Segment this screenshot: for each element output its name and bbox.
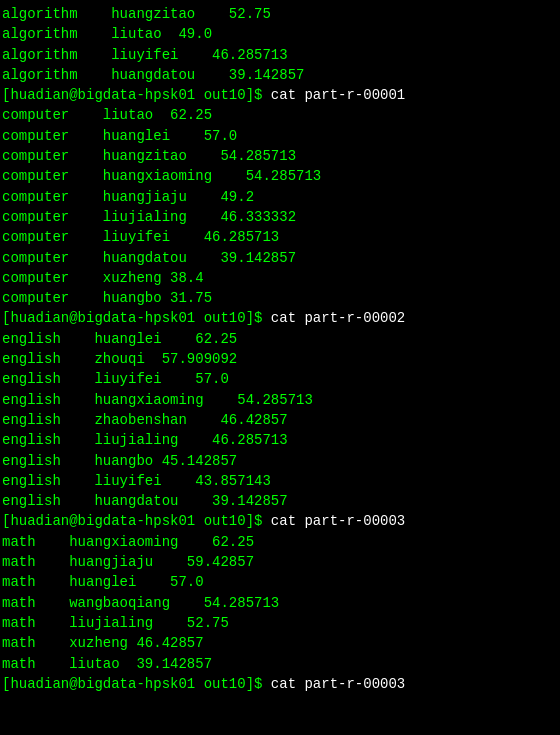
data-line: math huangjiaju 59.42857 bbox=[2, 552, 558, 572]
prompt-line: [huadian@bigdata-hpsk01 out10]$ cat part… bbox=[2, 674, 558, 694]
data-line: english huangdatou 39.142857 bbox=[2, 491, 558, 511]
terminal: algorithm huangzitao 52.75algorithm liut… bbox=[0, 0, 560, 698]
data-line: algorithm liuyifei 46.285713 bbox=[2, 45, 558, 65]
data-line: algorithm huangdatou 39.142857 bbox=[2, 65, 558, 85]
data-line: english zhaobenshan 46.42857 bbox=[2, 410, 558, 430]
data-line: math liujialing 52.75 bbox=[2, 613, 558, 633]
data-line: math huanglei 57.0 bbox=[2, 572, 558, 592]
data-line: math liutao 39.142857 bbox=[2, 654, 558, 674]
command-text: cat part-r-00003 bbox=[271, 513, 405, 529]
prompt-line: [huadian@bigdata-hpsk01 out10]$ cat part… bbox=[2, 511, 558, 531]
command-text: cat part-r-00003 bbox=[271, 676, 405, 692]
data-line: english huangbo 45.142857 bbox=[2, 451, 558, 471]
prompt-text: [huadian@bigdata-hpsk01 out10]$ bbox=[2, 513, 271, 529]
prompt-text: [huadian@bigdata-hpsk01 out10]$ bbox=[2, 87, 271, 103]
prompt-line: [huadian@bigdata-hpsk01 out10]$ cat part… bbox=[2, 85, 558, 105]
data-line: english huanglei 62.25 bbox=[2, 329, 558, 349]
data-line: english huangxiaoming 54.285713 bbox=[2, 390, 558, 410]
data-line: algorithm huangzitao 52.75 bbox=[2, 4, 558, 24]
data-line: computer liuyifei 46.285713 bbox=[2, 227, 558, 247]
data-line: english liujialing 46.285713 bbox=[2, 430, 558, 450]
data-line: computer huangxiaoming 54.285713 bbox=[2, 166, 558, 186]
data-line: math huangxiaoming 62.25 bbox=[2, 532, 558, 552]
data-line: computer huangbo 31.75 bbox=[2, 288, 558, 308]
data-line: math xuzheng 46.42857 bbox=[2, 633, 558, 653]
data-line: computer xuzheng 38.4 bbox=[2, 268, 558, 288]
data-line: computer huanglei 57.0 bbox=[2, 126, 558, 146]
data-line: computer liujialing 46.333332 bbox=[2, 207, 558, 227]
data-line: english zhouqi 57.909092 bbox=[2, 349, 558, 369]
prompt-line: [huadian@bigdata-hpsk01 out10]$ cat part… bbox=[2, 308, 558, 328]
data-line: computer liutao 62.25 bbox=[2, 105, 558, 125]
prompt-text: [huadian@bigdata-hpsk01 out10]$ bbox=[2, 310, 271, 326]
data-line: computer huangjiaju 49.2 bbox=[2, 187, 558, 207]
data-line: computer huangdatou 39.142857 bbox=[2, 248, 558, 268]
command-text: cat part-r-00002 bbox=[271, 310, 405, 326]
data-line: english liuyifei 57.0 bbox=[2, 369, 558, 389]
data-line: math wangbaoqiang 54.285713 bbox=[2, 593, 558, 613]
data-line: english liuyifei 43.857143 bbox=[2, 471, 558, 491]
command-text: cat part-r-00001 bbox=[271, 87, 405, 103]
data-line: algorithm liutao 49.0 bbox=[2, 24, 558, 44]
prompt-text: [huadian@bigdata-hpsk01 out10]$ bbox=[2, 676, 271, 692]
data-line: computer huangzitao 54.285713 bbox=[2, 146, 558, 166]
